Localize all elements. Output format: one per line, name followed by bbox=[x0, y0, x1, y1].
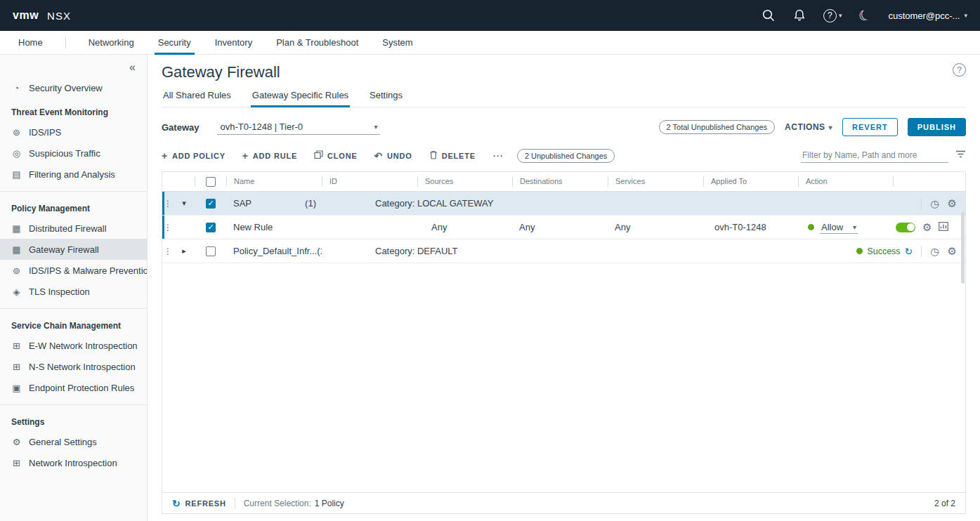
actions-button[interactable]: ACTIONS bbox=[785, 122, 832, 132]
search-icon[interactable] bbox=[762, 8, 776, 22]
page-help-icon[interactable]: ? bbox=[953, 63, 966, 77]
trash-icon bbox=[429, 150, 438, 161]
rule-settings-gear-icon[interactable] bbox=[922, 222, 932, 232]
nav-item-inventory[interactable]: Inventory bbox=[214, 31, 254, 54]
policy-stats-clock-icon[interactable] bbox=[930, 199, 939, 209]
policy-row-sap[interactable]: SAP (1) Category: LOCAL GATEWAY bbox=[162, 192, 965, 216]
revert-button[interactable]: REVERT bbox=[842, 118, 898, 136]
current-selection-label: Current Selection: bbox=[244, 499, 311, 508]
sidebar-item-network-introspection[interactable]: Network Introspection bbox=[0, 452, 147, 473]
policy-stats-clock-icon[interactable] bbox=[930, 246, 939, 256]
network-introspection-icon bbox=[11, 458, 22, 468]
action-select[interactable]: Allow bbox=[820, 221, 858, 234]
rule-stats-chart-icon[interactable] bbox=[939, 222, 948, 233]
policy-settings-gear-icon[interactable] bbox=[948, 198, 957, 209]
policy-rule-count: (1) bbox=[317, 246, 322, 256]
nav-item-security[interactable]: Security bbox=[157, 31, 192, 54]
help-menu-icon[interactable]: ? bbox=[823, 9, 842, 22]
refresh-button[interactable]: REFRESH bbox=[172, 499, 226, 508]
policy-settings-gear-icon[interactable] bbox=[948, 246, 957, 256]
publish-button[interactable]: PUBLISH bbox=[908, 118, 966, 136]
sidebar-item-suspicious-traffic[interactable]: Suspicious Traffic bbox=[0, 143, 147, 164]
suspicious-traffic-icon bbox=[11, 148, 22, 159]
rules-grid: Name ID Sources Destinations Services Ap… bbox=[162, 171, 966, 514]
add-policy-button[interactable]: ADD POLICY bbox=[162, 151, 226, 161]
sidebar-item-security-overview[interactable]: Security Overview bbox=[0, 77, 147, 98]
sidebar-item-tls-inspection[interactable]: TLS Inspection bbox=[0, 281, 147, 302]
page-tabs: All Shared Rules Gateway Specific Rules … bbox=[162, 90, 966, 107]
column-header-applied-to: Applied To bbox=[703, 176, 798, 187]
sidebar-item-distributed-firewall[interactable]: Distributed Firewall bbox=[0, 218, 147, 239]
endpoint-protection-icon bbox=[11, 383, 22, 393]
collapse-sidebar-icon[interactable] bbox=[129, 62, 136, 73]
column-header-services: Services bbox=[608, 176, 703, 187]
notifications-bell-icon[interactable] bbox=[792, 8, 806, 22]
sidebar-item-ns-network-introspection[interactable]: N-S Network Introspection bbox=[0, 356, 147, 377]
sidebar-section-settings: Settings bbox=[0, 408, 147, 431]
sidebar-item-ids-ips[interactable]: IDS/IPS bbox=[0, 121, 147, 143]
chevron-down-icon bbox=[374, 123, 377, 131]
expand-policy-icon[interactable] bbox=[174, 246, 195, 256]
vertical-scrollbar[interactable] bbox=[961, 212, 965, 284]
sidebar-item-label: Suspicious Traffic bbox=[29, 148, 100, 159]
primary-nav: Home Networking Security Inventory Plan … bbox=[0, 31, 980, 55]
sidebar-item-general-settings[interactable]: General Settings bbox=[0, 431, 147, 452]
footer-divider bbox=[235, 498, 235, 509]
rule-applied-to[interactable]: ovh-T0-1248 bbox=[703, 222, 798, 232]
sidebar-item-label: TLS Inspection bbox=[29, 286, 90, 297]
sidebar-item-ids-ips-malware-prevention[interactable]: IDS/IPS & Malware Prevention bbox=[0, 260, 147, 281]
unpublished-changes-badge[interactable]: 2 Unpublished Changes bbox=[517, 149, 615, 163]
refresh-icon bbox=[172, 499, 181, 508]
user-account-menu[interactable]: customer@pcc-... bbox=[888, 11, 967, 21]
chevron-down-icon bbox=[839, 12, 842, 19]
nav-item-home[interactable]: Home bbox=[17, 31, 44, 54]
tab-all-shared-rules[interactable]: All Shared Rules bbox=[162, 90, 233, 107]
drag-handle-icon[interactable] bbox=[162, 223, 174, 232]
rule-row-new-rule[interactable]: New Rule Any Any Any ovh-T0-1248 Allow bbox=[162, 216, 965, 239]
nav-item-plan-troubleshoot[interactable]: Plan & Troubleshoot bbox=[275, 31, 360, 54]
actions-label: ACTIONS bbox=[785, 122, 825, 132]
sidebar-item-label: E-W Network Introspection bbox=[29, 341, 138, 351]
theme-moon-icon[interactable] bbox=[856, 6, 874, 26]
tab-settings[interactable]: Settings bbox=[368, 90, 404, 107]
sidebar-item-endpoint-protection-rules[interactable]: Endpoint Protection Rules bbox=[0, 377, 147, 398]
rule-sources[interactable]: Any bbox=[417, 222, 512, 232]
rule-destinations[interactable]: Any bbox=[512, 222, 608, 232]
clone-icon bbox=[314, 150, 323, 161]
row-checkbox[interactable] bbox=[206, 246, 216, 256]
row-checkbox[interactable] bbox=[206, 199, 216, 209]
clone-label: CLONE bbox=[327, 152, 358, 160]
filter-input[interactable] bbox=[801, 148, 948, 163]
drag-handle-icon[interactable] bbox=[162, 246, 174, 256]
column-header-destinations: Destinations bbox=[512, 176, 608, 187]
sidebar-item-label: General Settings bbox=[29, 437, 97, 447]
clone-button[interactable]: CLONE bbox=[314, 150, 358, 161]
sidebar-item-ew-network-introspection[interactable]: E-W Network Introspection bbox=[0, 335, 147, 356]
collapse-policy-icon[interactable] bbox=[174, 199, 195, 208]
row-checkbox[interactable] bbox=[206, 223, 216, 232]
rule-enabled-toggle[interactable] bbox=[896, 223, 915, 232]
column-header-sources: Sources bbox=[417, 176, 512, 187]
nav-item-system[interactable]: System bbox=[381, 31, 414, 54]
tab-gateway-specific-rules[interactable]: Gateway Specific Rules bbox=[251, 90, 350, 107]
sidebar-item-gateway-firewall[interactable]: Gateway Firewall bbox=[0, 239, 147, 260]
gateway-select[interactable]: ovh-T0-1248 | Tier-0 bbox=[217, 119, 380, 135]
status-refresh-icon[interactable] bbox=[905, 246, 913, 256]
plus-icon bbox=[242, 151, 249, 161]
add-rule-button[interactable]: ADD RULE bbox=[242, 151, 297, 161]
total-unpublished-changes-badge[interactable]: 2 Total Unpublished Changes bbox=[659, 120, 776, 134]
select-all-checkbox[interactable] bbox=[206, 177, 216, 187]
undo-button[interactable]: UNDO bbox=[374, 151, 412, 161]
sidebar-item-filtering-and-analysis[interactable]: Filtering and Analysis bbox=[0, 164, 147, 185]
grid-header-row: Name ID Sources Destinations Services Ap… bbox=[162, 172, 965, 192]
sidebar-divider bbox=[0, 308, 147, 309]
filter-funnel-icon[interactable] bbox=[955, 150, 966, 162]
more-actions-icon[interactable] bbox=[492, 150, 503, 162]
drag-handle-icon[interactable] bbox=[162, 199, 174, 209]
nav-item-networking[interactable]: Networking bbox=[87, 31, 136, 54]
policy-row-default[interactable]: Policy_Default_Infr... (1) Category: DEF… bbox=[162, 239, 965, 263]
sidebar-item-label: IDS/IPS & Malware Prevention bbox=[29, 265, 148, 276]
ns-introspection-icon bbox=[11, 362, 22, 372]
delete-button[interactable]: DELETE bbox=[429, 150, 476, 161]
rule-services[interactable]: Any bbox=[608, 222, 703, 232]
